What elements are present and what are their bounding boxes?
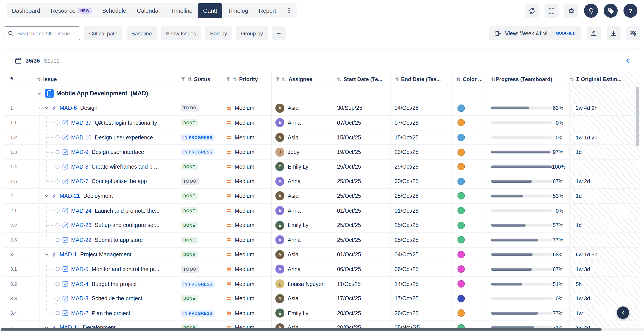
end-date-cell[interactable]: 01/Oct/25 — [390, 204, 452, 218]
issue-row[interactable]: 2.1MAD-24Launch and promote the...DONEMe… — [4, 204, 640, 218]
priority-cell[interactable]: Medium — [222, 291, 271, 306]
end-date-cell[interactable]: 25/Oct/25 — [390, 218, 452, 232]
view-selector[interactable]: View: Week 41 vi... MODIFIED — [489, 26, 581, 40]
sort-icon[interactable] — [394, 77, 399, 81]
status-cell[interactable]: DONE — [177, 160, 222, 174]
status-cell[interactable]: IN PROGRESS — [177, 145, 222, 159]
color-cell[interactable] — [452, 174, 487, 188]
color-cell[interactable] — [452, 291, 487, 306]
column-header-end[interactable]: End Date (Tea... — [390, 72, 452, 86]
status-badge[interactable]: IN PROGRESS — [181, 149, 215, 155]
sort-icon[interactable] — [337, 77, 341, 81]
status-badge[interactable]: DONE — [181, 295, 198, 302]
nav-item-timelog[interactable]: Timelog — [222, 3, 254, 18]
column-header-assignee[interactable]: Assignee — [271, 72, 333, 86]
end-date-cell[interactable]: 26/Oct/25 — [390, 306, 452, 320]
sliders-button[interactable] — [626, 26, 640, 40]
search-box[interactable] — [4, 26, 80, 40]
color-swatch[interactable] — [457, 251, 465, 258]
priority-cell[interactable]: Medium — [222, 277, 271, 291]
color-swatch[interactable] — [457, 265, 465, 273]
sort-by-button[interactable]: Sort by — [205, 26, 232, 40]
issue-row[interactable]: 2MAD-21DeploymentDONEMediumAAsia25/Oct/2… — [4, 189, 640, 204]
status-badge[interactable]: DONE — [181, 163, 198, 170]
issue-key-link[interactable]: MAD-22 — [71, 237, 91, 243]
column-header-priority[interactable]: Priority — [222, 72, 271, 86]
color-swatch[interactable] — [457, 192, 465, 200]
status-cell[interactable]: DONE — [177, 291, 222, 306]
start-date-cell[interactable]: 25/Oct/25 — [333, 160, 390, 174]
filter-icon[interactable] — [226, 77, 230, 81]
priority-cell[interactable]: Medium — [222, 247, 271, 262]
issue-row[interactable]: 2.3MAD-22Submit to app storeDONEMediumAA… — [4, 233, 640, 247]
column-header-issue[interactable]: Issue — [33, 72, 177, 86]
color-swatch[interactable] — [457, 236, 465, 243]
sort-icon[interactable] — [282, 77, 286, 81]
nav-item-schedule[interactable]: Schedule — [97, 3, 132, 18]
end-date-cell[interactable]: 14/Oct/25 — [390, 277, 452, 291]
issue-key-link[interactable]: MAD-9 — [71, 149, 88, 155]
assignee-cell[interactable]: LLouisa Nguyen — [271, 277, 333, 291]
assignee-cell[interactable]: JJoey — [271, 145, 333, 159]
status-badge[interactable]: TO DO — [181, 178, 199, 185]
issue-key-link[interactable]: MAD-10 — [71, 134, 91, 141]
show-issues-button[interactable]: Show Issues — [161, 26, 201, 40]
start-date-cell[interactable]: 15/Oct/25 — [333, 130, 390, 145]
baseline-button[interactable]: Baseline — [126, 26, 157, 40]
assignee-cell[interactable]: AAnna — [271, 204, 333, 218]
color-cell[interactable] — [452, 262, 487, 276]
start-date-cell[interactable]: 25/Oct/25 — [333, 218, 390, 232]
column-header-progress[interactable]: Progress (Teamboard) — [487, 72, 569, 86]
start-date-cell[interactable]: 01/Oct/25 — [333, 204, 390, 218]
assignee-cell[interactable]: AAsia — [271, 101, 333, 115]
priority-cell[interactable]: Medium — [222, 204, 271, 218]
color-cell[interactable] — [452, 218, 487, 232]
start-date-cell[interactable]: 30/Sep/25 — [333, 101, 390, 115]
color-swatch[interactable] — [457, 105, 465, 112]
assignee-cell[interactable]: AAsia — [271, 291, 333, 306]
status-badge[interactable]: DONE — [181, 192, 198, 199]
end-date-cell[interactable]: 25/Oct/25 — [390, 233, 452, 247]
start-date-cell[interactable]: 25/Oct/25 — [333, 233, 390, 247]
group-row[interactable]: Mobile App Development(MAD) — [4, 86, 640, 101]
end-date-cell[interactable]: 04/Oct/25 — [390, 247, 452, 262]
status-cell[interactable]: DONE — [177, 204, 222, 218]
download-button[interactable] — [606, 26, 621, 40]
issue-key-link[interactable]: MAD-1 — [60, 251, 77, 258]
color-cell[interactable] — [452, 101, 487, 115]
filter-icon[interactable] — [181, 77, 185, 81]
priority-cell[interactable]: Medium — [222, 233, 271, 247]
end-date-cell[interactable]: 23/Oct/25 — [390, 145, 452, 159]
horizontal-scrollbar[interactable] — [0, 328, 644, 331]
issue-row[interactable]: 1.3MAD-9Design user interfaceIN PROGRESS… — [4, 145, 640, 160]
status-badge[interactable]: DONE — [181, 119, 198, 126]
nav-item-report[interactable]: Report — [254, 3, 282, 18]
assignee-cell[interactable]: EEmily Ly — [271, 218, 333, 232]
color-cell[interactable] — [452, 247, 487, 262]
column-header-num[interactable]: # — [4, 72, 33, 86]
status-badge[interactable]: IN PROGRESS — [181, 280, 215, 287]
assignee-cell[interactable]: AAnna — [271, 174, 333, 188]
start-date-cell[interactable]: 25/Oct/25 — [333, 189, 390, 203]
status-badge[interactable]: TO DO — [181, 105, 199, 112]
status-badge[interactable]: TO DO — [181, 266, 199, 273]
color-swatch[interactable] — [457, 134, 465, 141]
collapse-row-icon[interactable] — [44, 252, 50, 257]
column-header-status[interactable]: Status — [177, 72, 222, 86]
priority-cell[interactable]: Medium — [222, 145, 271, 159]
vertical-scrollbar-thumb[interactable] — [636, 87, 639, 147]
sort-icon[interactable] — [232, 77, 237, 81]
collapse-row-icon[interactable] — [44, 106, 50, 111]
status-cell[interactable]: TO DO — [177, 174, 222, 188]
sort-icon[interactable] — [456, 77, 461, 81]
nav-item-dashboard[interactable]: Dashboard — [7, 3, 46, 18]
end-date-cell[interactable]: 06/Oct/25 — [390, 262, 452, 276]
status-cell[interactable]: TO DO — [177, 262, 222, 276]
assignee-cell[interactable]: AAsia — [271, 189, 333, 203]
color-swatch[interactable] — [457, 295, 465, 302]
status-cell[interactable]: IN PROGRESS — [177, 277, 222, 291]
status-cell[interactable]: IN PROGRESS — [177, 306, 222, 320]
assignee-cell[interactable]: AAnna — [271, 262, 333, 276]
end-date-cell[interactable]: 25/Oct/25 — [390, 189, 452, 203]
status-cell[interactable]: DONE — [177, 247, 222, 262]
